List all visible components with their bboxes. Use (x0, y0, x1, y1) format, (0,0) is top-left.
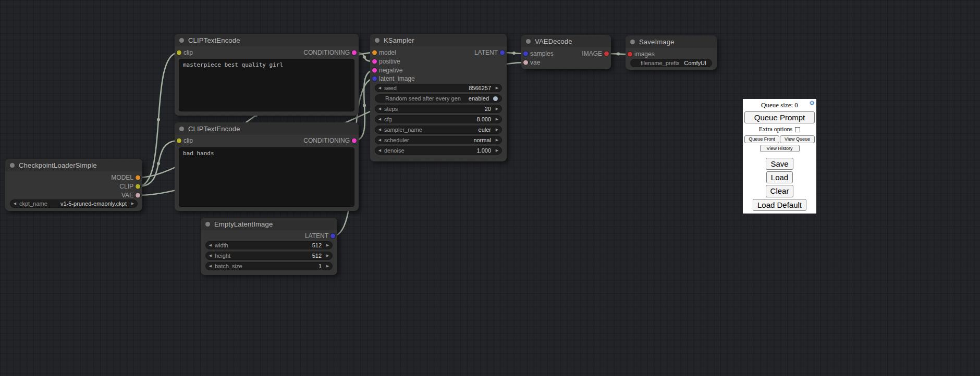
node-collapse-dot[interactable] (179, 127, 184, 131)
input-port-negative[interactable] (372, 68, 377, 73)
node-emptylatentimage[interactable]: EmptyLatentImage LATENT ◀ width 512 ▶ ◀ … (201, 218, 337, 275)
increment-arrow-icon[interactable]: ▶ (493, 116, 501, 123)
widget-denoise[interactable]: ◀ denoise 1.000 ▶ (375, 146, 502, 155)
input-port-latent-image[interactable] (372, 77, 377, 81)
output-port-latent[interactable] (500, 51, 505, 55)
node-title-bar[interactable]: VAEDecode (521, 35, 611, 47)
node-title-bar[interactable]: CLIPTextEncode (175, 34, 359, 46)
increment-arrow-icon[interactable]: ▶ (323, 242, 332, 249)
decrement-arrow-icon[interactable]: ◀ (375, 116, 384, 123)
node-title: CLIPTextEncode (188, 36, 240, 44)
prompt-textarea[interactable]: bad hands (179, 147, 354, 207)
widget-ckpt-name[interactable]: ◀ ckpt_name v1-5-pruned-emaonly.ckpt ▶ (10, 199, 138, 208)
output-port-image[interactable] (604, 52, 609, 56)
decrement-arrow-icon[interactable]: ◀ (206, 242, 215, 249)
widget-height[interactable]: ◀ height 512 ▶ (205, 252, 333, 260)
node-checkpointloadersimple[interactable]: CheckpointLoaderSimple MODEL CLIP VAE ◀ … (5, 159, 142, 211)
widget-filename-prefix[interactable]: filename_prefix ComfyUI (630, 59, 712, 67)
node-collapse-dot[interactable] (375, 38, 379, 43)
node-title: CLIPTextEncode (188, 125, 240, 133)
node-collapse-dot[interactable] (205, 222, 210, 227)
prompt-textarea[interactable]: masterpiece best quality girl (179, 59, 354, 111)
input-port-clip[interactable] (177, 139, 181, 143)
input-port-model[interactable] (372, 51, 377, 55)
widget-batch-size[interactable]: ◀ batch_size 1 ▶ (205, 262, 333, 270)
node-vaedecode[interactable]: VAEDecode samples IMAGE vae (521, 35, 611, 69)
output-port-vae[interactable] (136, 193, 140, 198)
node-collapse-dot[interactable] (630, 40, 635, 44)
widget-seed[interactable]: ◀ seed 8566257 ▶ (375, 84, 502, 92)
node-title-bar[interactable]: SaveImage (626, 35, 717, 48)
input-port-samples[interactable] (523, 52, 528, 56)
node-collapse-dot[interactable] (526, 39, 531, 44)
widget-sampler-name[interactable]: ◀ sampler_name euler ▶ (375, 126, 502, 134)
widget-cfg[interactable]: ◀ cfg 8.000 ▶ (375, 115, 502, 123)
node-cliptextencode-positive[interactable]: CLIPTextEncode clip CONDITIONING masterp… (175, 34, 359, 116)
slot-row: negative (370, 66, 507, 74)
settings-gear-icon[interactable]: ⚙ (809, 100, 815, 106)
decrement-arrow-icon[interactable]: ◀ (375, 136, 384, 144)
node-collapse-dot[interactable] (179, 38, 184, 43)
output-port-latent[interactable] (330, 234, 335, 239)
load-default-button[interactable]: Load Default (753, 199, 806, 211)
node-title: CheckpointLoaderSimple (19, 161, 97, 169)
increment-arrow-icon[interactable]: ▶ (323, 262, 332, 270)
output-label: CONDITIONING (303, 49, 350, 56)
output-port-clip[interactable] (136, 184, 140, 189)
decrement-arrow-icon[interactable]: ◀ (375, 84, 384, 92)
output-port-conditioning[interactable] (352, 51, 357, 55)
view-queue-button[interactable]: View Queue (780, 135, 815, 143)
decrement-arrow-icon[interactable]: ◀ (206, 252, 215, 259)
output-label: LATENT (305, 232, 328, 240)
decrement-arrow-icon[interactable]: ◀ (375, 147, 384, 154)
save-button[interactable]: Save (766, 158, 793, 170)
input-port-positive[interactable] (372, 59, 377, 64)
increment-arrow-icon[interactable]: ▶ (128, 200, 137, 207)
toggle-on-indicator[interactable] (493, 96, 498, 101)
output-label: LATENT (474, 49, 498, 56)
input-port-vae[interactable] (523, 60, 528, 65)
widget-name: filename_prefix (634, 60, 684, 66)
graph-canvas[interactable]: { "app": {"name": "ComfyUI"}, "colors": … (0, 0, 980, 376)
node-ksampler[interactable]: KSampler model LATENT positive negative … (370, 34, 507, 161)
queue-buttons-row: Queue Front View Queue (744, 135, 815, 143)
clear-button[interactable]: Clear (766, 185, 794, 197)
link-midpoint-dot (617, 53, 620, 56)
output-port-model[interactable] (136, 176, 140, 180)
queue-front-button[interactable]: Queue Front (744, 135, 779, 143)
queue-prompt-button[interactable]: Queue Prompt (744, 111, 815, 123)
node-collapse-dot[interactable] (10, 163, 15, 168)
view-history-button[interactable]: View History (760, 145, 800, 152)
node-title: VAEDecode (535, 37, 572, 45)
node-title-bar[interactable]: KSampler (370, 34, 507, 46)
output-port-conditioning[interactable] (352, 139, 357, 143)
node-title: SaveImage (639, 38, 675, 46)
decrement-arrow-icon[interactable]: ◀ (10, 200, 19, 207)
node-saveimage[interactable]: SaveImage images filename_prefix ComfyUI (626, 35, 717, 70)
increment-arrow-icon[interactable]: ▶ (493, 147, 501, 154)
increment-arrow-icon[interactable]: ▶ (493, 126, 501, 133)
widget-random-seed-toggle[interactable]: Random seed after every gen enabled (375, 94, 502, 103)
input-label: clip (183, 137, 193, 144)
widget-value: 8566257 (469, 85, 491, 91)
input-port-images[interactable] (628, 52, 632, 57)
widget-scheduler[interactable]: ◀ scheduler normal ▶ (375, 136, 502, 144)
widget-name: sampler_name (384, 127, 479, 133)
decrement-arrow-icon[interactable]: ◀ (375, 105, 384, 112)
node-title-bar[interactable]: EmptyLatentImage (201, 218, 337, 230)
extra-options-checkbox[interactable] (795, 127, 800, 132)
increment-arrow-icon[interactable]: ▶ (323, 252, 332, 259)
widget-width[interactable]: ◀ width 512 ▶ (205, 241, 333, 249)
increment-arrow-icon[interactable]: ▶ (493, 136, 501, 144)
decrement-arrow-icon[interactable]: ◀ (206, 262, 215, 270)
link-midpoint-dot (363, 56, 366, 59)
node-title-bar[interactable]: CLIPTextEncode (175, 122, 359, 135)
load-button[interactable]: Load (766, 171, 793, 183)
node-cliptextencode-negative[interactable]: CLIPTextEncode clip CONDITIONING bad han… (175, 122, 359, 211)
widget-steps[interactable]: ◀ steps 20 ▶ (375, 105, 502, 113)
increment-arrow-icon[interactable]: ▶ (493, 105, 501, 112)
input-port-clip[interactable] (177, 51, 181, 55)
increment-arrow-icon[interactable]: ▶ (493, 84, 501, 92)
node-title-bar[interactable]: CheckpointLoaderSimple (5, 159, 142, 171)
decrement-arrow-icon[interactable]: ◀ (375, 126, 384, 133)
